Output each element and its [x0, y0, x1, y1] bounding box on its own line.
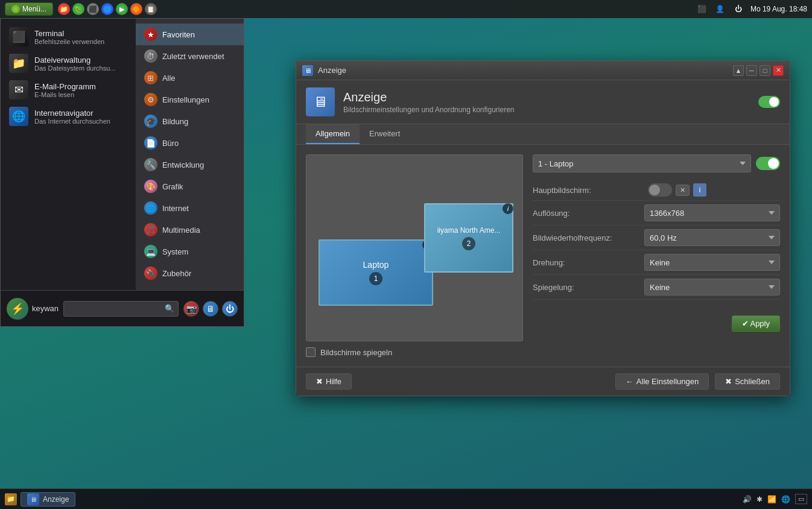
top-icon-bug[interactable]: 🐛 [72, 3, 84, 15]
screenshot-icon-btn[interactable]: 📷 [183, 301, 199, 317]
hauptbildschirm-label: Hauptbildschirm: [533, 186, 644, 195]
wifi-icon[interactable]: 📶 [767, 495, 776, 504]
spiegelung-dropdown[interactable]: Keine [644, 279, 780, 296]
user-info: ⚡ keywan [7, 298, 59, 320]
settings-panel: 1 - Laptop 2 - iiyama North Ame... Haupt… [533, 154, 780, 357]
taskbar-display-btn[interactable]: 🖥 Anzeige [21, 492, 75, 507]
alle-einstellungen-label: Alle Einstellungen [636, 377, 699, 386]
window-minimize-btn[interactable]: ─ [746, 65, 757, 76]
email-app-subtitle: E-Mails lesen [34, 91, 96, 98]
window-close-btn[interactable]: ✕ [773, 65, 784, 76]
ext-info-badge: i [503, 203, 513, 214]
menu-bottom-icons: 📷 🖥 ⏻ [183, 301, 238, 317]
bildung-icon: 🎓 [144, 115, 157, 128]
menu-button[interactable]: Menü... [5, 2, 53, 16]
help-button[interactable]: ✖ Hilfe [306, 373, 352, 390]
menu-app-browser[interactable]: 🌐 Internetnavigator Das Internet durchsu… [1, 103, 136, 130]
hauptbildschirm-toggle[interactable] [648, 183, 672, 197]
monitor-dropdown[interactable]: 1 - Laptop 2 - iiyama North Ame... [533, 154, 751, 172]
search-container[interactable]: 🔍 [63, 301, 179, 317]
terminal-app-title: Terminal [34, 29, 104, 38]
hauptbildschirm-close-tag[interactable]: ✕ [676, 185, 690, 196]
category-buero[interactable]: 📄 Büro [136, 132, 244, 154]
terminal-app-icon: ⬛ [9, 27, 28, 46]
laptop-screen[interactable]: i Laptop 1 [319, 239, 433, 306]
files-app-title: Dateiverwaltung [34, 55, 116, 65]
taskbar-files-icon: 📁 [5, 493, 17, 505]
browser-app-title: Internetnavigator [34, 109, 110, 118]
search-input[interactable] [68, 305, 165, 313]
category-einstellungen-label: Einstellungen [162, 95, 209, 104]
drehung-dropdown[interactable]: Keine [644, 254, 780, 271]
app-subtitle: Bildschirmeinstellungen und Anordnung ko… [343, 106, 515, 114]
app-title: Anzeige [343, 90, 515, 104]
top-icon-files[interactable]: 📁 [58, 3, 70, 15]
bildwiederholfrequenz-dropdown[interactable]: 60,0 Hz [644, 229, 780, 246]
category-alle[interactable]: ⊞ Alle [136, 67, 244, 89]
category-favoriten[interactable]: ★ Favoriten [136, 24, 244, 45]
display-settings-window: 🖥 Anzeige ▲ ─ □ ✕ 🖥 Anzeige Bildschirmei… [296, 60, 790, 396]
volume-icon[interactable]: 🔊 [743, 495, 752, 504]
logout-icon-btn[interactable]: ⏻ [222, 301, 238, 317]
display-layout: i Laptop 1 i iiyama North Ame... 2 Bilds… [306, 154, 780, 357]
browser-app-subtitle: Das Internet durchsuchen [34, 118, 110, 125]
category-zuletzt[interactable]: ⏱ Zuletzt verwendet [136, 45, 244, 67]
category-bildung[interactable]: 🎓 Bildung [136, 110, 244, 132]
category-system[interactable]: 💻 System [136, 241, 244, 262]
category-einstellungen[interactable]: ⚙ Einstellungen [136, 89, 244, 110]
tab-allgemein[interactable]: Allgemein [306, 124, 360, 144]
window-titlebar: 🖥 Anzeige ▲ ─ □ ✕ [296, 61, 790, 80]
top-icon-play[interactable]: ▶ [116, 3, 128, 15]
top-icon-orange[interactable]: 🔶 [130, 3, 142, 15]
window-roll-btn[interactable]: ▲ [733, 65, 744, 76]
top-icon-notes[interactable]: 📋 [145, 3, 157, 15]
all-settings-button[interactable]: ← Alle Einstellungen [615, 373, 709, 390]
menu-app-email[interactable]: ✉ E-Mail-Programm E-Mails lesen [1, 77, 136, 103]
menu-app-files[interactable]: 📁 Dateiverwaltung Das Dateisystem durchs… [1, 50, 136, 77]
start-menu: ⬛ Terminal Befehlszeile verwenden 📁 Date… [0, 18, 244, 327]
tab-erweitert[interactable]: Erweitert [360, 124, 410, 144]
category-multimedia[interactable]: 🎵 Multimedia [136, 219, 244, 241]
app-icon: 🖥 [306, 87, 335, 116]
monitor-enable-toggle[interactable] [756, 157, 780, 170]
window-title-icon: 🖥 [302, 65, 313, 76]
taskbar-bottom-right: 🔊 ✱ 📶 🌐 ▭ [743, 494, 807, 504]
close-button[interactable]: ✖ Schließen [715, 373, 780, 390]
network-icon[interactable]: 🌐 [781, 495, 790, 504]
browser-app-icon: 🌐 [9, 107, 28, 126]
back-icon: ← [626, 377, 633, 386]
category-entwicklung[interactable]: 🔧 Entwicklung [136, 154, 244, 175]
datetime: Mo 19 Aug. 18:48 [750, 5, 807, 13]
category-internet[interactable]: 🌐 Internet [136, 197, 244, 219]
top-icon-terminal[interactable]: ⬛ [87, 3, 99, 15]
display-icon-btn[interactable]: 🖥 [203, 301, 218, 317]
mirror-checkbox[interactable] [306, 347, 316, 357]
top-icon-browser[interactable]: 🌐 [101, 3, 113, 15]
display-taskbar-icon[interactable]: ▭ [795, 494, 807, 504]
aufloesung-dropdown[interactable]: 1366x768 [644, 204, 780, 221]
buero-icon: 📄 [144, 136, 157, 150]
terminal-icon[interactable]: ⬛ [696, 3, 708, 15]
power-icon[interactable]: ⏻ [732, 3, 744, 15]
user-icon[interactable]: 👤 [714, 3, 726, 15]
category-bildung-label: Bildung [162, 117, 188, 126]
menu-bottom-bar: ⚡ keywan 🔍 📷 🖥 ⏻ [1, 290, 244, 326]
header-toggle[interactable] [758, 96, 780, 108]
taskbar-top-right: ⬛ 👤 ⏻ Mo 19 Aug. 18:48 [696, 3, 807, 15]
category-alle-label: Alle [162, 74, 176, 83]
window-maximize-btn[interactable]: □ [760, 65, 770, 76]
apply-label: ✔ Apply [742, 319, 770, 328]
menu-label: Menü... [22, 5, 46, 13]
taskbar-bottom: 📁 🖥 Anzeige 🔊 ✱ 📶 🌐 ▭ [0, 488, 812, 509]
window-title: Anzeige [318, 66, 733, 75]
external-screen[interactable]: i iiyama North Ame... 2 [424, 203, 513, 273]
system-icon: 💻 [144, 245, 157, 258]
menu-app-terminal[interactable]: ⬛ Terminal Befehlszeile verwenden [1, 24, 136, 50]
apply-button[interactable]: ✔ Apply [732, 315, 780, 332]
hauptbildschirm-info-btn[interactable]: i [693, 183, 706, 197]
drehung-label: Drehung: [533, 258, 644, 267]
category-zubehoer[interactable]: 🔌 Zubehör [136, 262, 244, 284]
entwicklung-icon: 🔧 [144, 158, 157, 171]
bluetooth-icon[interactable]: ✱ [756, 495, 763, 504]
category-grafik[interactable]: 🎨 Grafik [136, 175, 244, 197]
